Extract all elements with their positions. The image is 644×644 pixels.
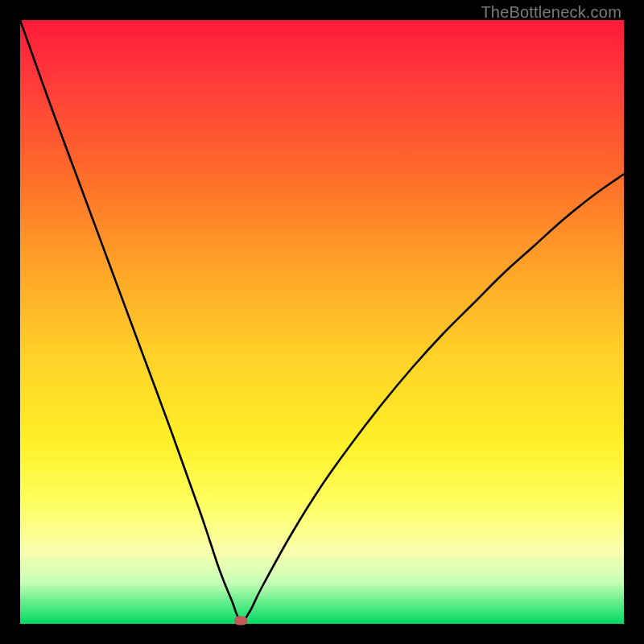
chart-frame: TheBottleneck.com: [0, 0, 644, 644]
watermark-text: TheBottleneck.com: [481, 3, 621, 22]
plot-area: [20, 20, 624, 624]
bottleneck-curve: [20, 20, 624, 624]
optimal-point-marker: [234, 617, 247, 625]
